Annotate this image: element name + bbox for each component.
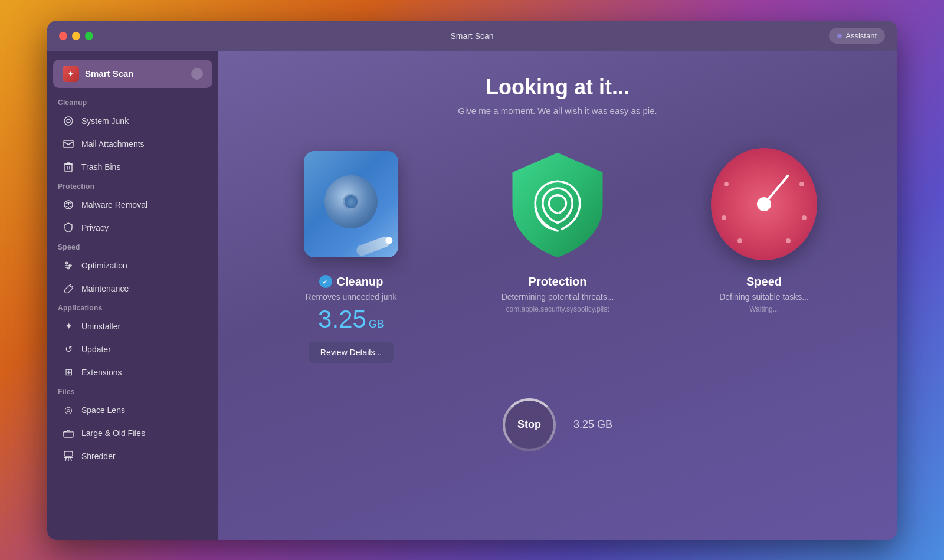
svg-point-1 [67,119,70,123]
cleanup-title-row: ✓ Cleanup [319,275,384,289]
window-title: Smart Scan [450,31,493,41]
traffic-lights [59,32,93,40]
extensions-icon: ⊞ [63,366,74,378]
sidebar-item-extensions[interactable]: ⊞ Extensions [52,361,214,384]
close-button[interactable] [59,32,67,40]
protection-card-status: com.apple.security.syspolicy.plist [506,305,609,313]
section-label-protection: Protection [47,179,218,193]
cleanup-size: 3.25 GB [318,305,384,333]
svg-rect-12 [64,451,73,456]
malware-removal-label: Malware Removal [81,200,148,209]
sidebar-item-trash-bins[interactable]: Trash Bins [52,156,214,178]
svg-line-15 [71,458,71,461]
hdd-arm [355,235,392,257]
optimization-label: Optimization [81,261,127,270]
cleanup-size-value: 3.25 [318,305,366,333]
speed-card-subtitle: Defining suitable tasks... [719,292,809,302]
sidebar-item-optimization[interactable]: Optimization [52,254,214,277]
protection-title-row: Protection [529,275,587,289]
trash-icon [63,161,74,173]
shield-svg [504,145,611,263]
updater-icon: ↺ [63,343,74,355]
mail-attachments-label: Mail Attachments [81,139,145,149]
protection-card-subtitle: Determining potential threats... [502,292,614,302]
sidebar-item-privacy[interactable]: Privacy [52,217,214,239]
trash-bins-label: Trash Bins [81,162,120,172]
stop-label: Stop [517,418,541,431]
sidebar-item-large-old-files[interactable]: Large & Old Files [52,422,214,444]
speed-title-row: Speed [746,275,782,289]
main-title: Looking at it... [486,75,630,100]
sidebar-item-maintenance[interactable]: Maintenance [52,277,214,300]
maintenance-label: Maintenance [81,284,129,293]
large-files-icon [63,427,74,439]
updater-label: Updater [81,345,111,354]
sidebar-item-mail-attachments[interactable]: Mail Attachments [52,133,214,155]
main-content: Looking at it... Give me a moment. We al… [218,51,897,540]
sidebar-item-shredder[interactable]: Shredder [52,445,214,467]
bottom-size: 3.25 GB [573,418,612,431]
review-details-button[interactable]: Review Details... [309,342,394,363]
speed-card: Speed Defining suitable tasks... Waiting… [670,145,858,363]
assistant-dot-icon [837,34,842,38]
speed-icon-area [711,145,817,263]
system-junk-icon [63,115,74,127]
shredder-label: Shredder [81,451,116,461]
svg-line-13 [65,458,66,461]
protection-card-title: Protection [529,275,587,289]
title-bar: Smart Scan Assistant [47,21,897,51]
sidebar-item-smart-scan[interactable]: ✦ Smart Scan [53,60,212,88]
cleanup-card: ✓ Cleanup Removes unneeded junk 3.25 GB … [257,145,445,363]
svg-rect-3 [65,164,72,172]
speed-card-title: Speed [746,275,782,289]
cleanup-size-unit: GB [369,318,384,330]
uninstaller-icon: ✦ [63,320,74,332]
hdd-icon [304,151,398,257]
assistant-button[interactable]: Assistant [829,28,885,44]
gauge-icon [711,148,817,260]
malware-icon [63,199,74,211]
section-label-cleanup: Cleanup [47,95,218,109]
cards-row: ✓ Cleanup Removes unneeded junk 3.25 GB … [242,145,873,363]
bottom-bar: Stop 3.25 GB [242,387,873,469]
sidebar-item-uninstaller[interactable]: ✦ Uninstaller [52,315,214,338]
section-label-speed: Speed [47,240,218,254]
sidebar-item-space-lens[interactable]: ◎ Space Lens [52,399,214,421]
space-lens-label: Space Lens [81,405,125,415]
cleanup-icon-area [298,145,404,263]
section-label-applications: Applications [47,300,218,315]
smart-scan-icon: ✦ [63,66,79,82]
sidebar: ✦ Smart Scan Cleanup System Junk [47,51,218,540]
privacy-label: Privacy [81,223,109,232]
protection-icon-area [504,145,611,263]
cleanup-card-title: Cleanup [337,275,384,289]
gauge-center-dot [757,197,771,211]
extensions-label: Extensions [81,368,122,377]
uninstaller-label: Uninstaller [81,322,120,331]
main-subtitle: Give me a moment. We all wish it was eas… [458,106,657,116]
app-window: Smart Scan Assistant ✦ Smart Scan Cleanu… [47,21,897,540]
section-label-files: Files [47,384,218,398]
smart-scan-label: Smart Scan [85,68,185,78]
large-old-files-label: Large & Old Files [81,428,145,438]
speed-card-status: Waiting... [749,305,779,313]
maintenance-icon [63,283,74,294]
assistant-label: Assistant [845,31,877,40]
maximize-button[interactable] [85,32,93,40]
sidebar-item-updater[interactable]: ↺ Updater [52,338,214,361]
shredder-icon [63,450,74,462]
mail-icon [63,138,74,150]
svg-rect-2 [64,140,73,148]
hdd-center [343,194,359,210]
privacy-icon [63,222,74,234]
stop-button[interactable]: Stop [503,398,556,451]
space-lens-icon: ◎ [63,404,74,416]
cleanup-card-subtitle: Removes unneeded junk [306,292,397,302]
sidebar-item-system-junk[interactable]: System Junk [52,110,214,132]
hdd-disk [324,175,378,228]
sidebar-item-malware-removal[interactable]: Malware Removal [52,194,214,216]
smart-scan-badge [191,68,203,80]
minimize-button[interactable] [72,32,80,40]
system-junk-label: System Junk [81,116,129,126]
optimization-icon [63,260,74,271]
